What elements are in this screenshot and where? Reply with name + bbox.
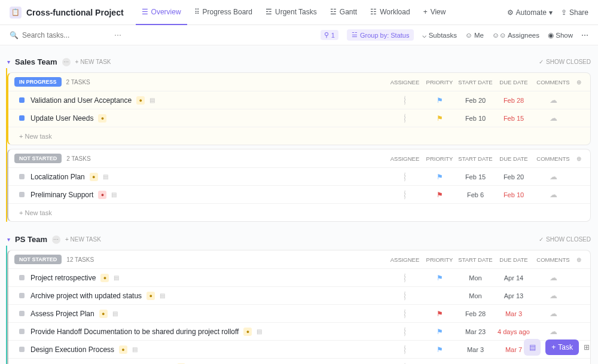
task-row[interactable]: Assess Project Plan ●▤ ⚑ Feb 28 Mar 3 ☁ xyxy=(8,304,590,322)
priority-flag[interactable]: ⚑ xyxy=(437,345,443,354)
assignees-filter[interactable]: ☺☺ Assignees xyxy=(492,32,539,39)
filter-badge[interactable]: ⚲1 xyxy=(321,30,338,40)
me-filter[interactable]: ☺ Me xyxy=(465,32,484,39)
assignee-empty[interactable] xyxy=(404,114,405,123)
notepad-fab[interactable]: ▤ xyxy=(524,339,541,356)
col-assignee[interactable]: ASSIGNEE xyxy=(387,256,423,263)
col-start[interactable]: START DATE xyxy=(456,256,495,263)
status-mark[interactable] xyxy=(19,347,25,352)
col-priority[interactable]: PRIORITY xyxy=(423,79,456,85)
due-date[interactable]: Apr 14 xyxy=(504,274,523,282)
comment-icon[interactable]: ☁ xyxy=(550,291,557,300)
search-input[interactable] xyxy=(22,31,106,39)
start-date[interactable]: Feb 20 xyxy=(465,97,486,104)
col-due[interactable]: DUE DATE xyxy=(495,256,533,263)
col-assignee[interactable]: ASSIGNEE xyxy=(387,155,423,162)
subtasks-toggle[interactable]: ⌵ Subtasks xyxy=(422,31,457,39)
task-name[interactable]: Design Execution Process xyxy=(30,345,114,354)
comment-icon[interactable]: ☁ xyxy=(550,96,557,105)
start-date[interactable]: Mar 3 xyxy=(467,346,484,353)
start-date[interactable]: Mar 23 xyxy=(465,328,486,335)
status-pill[interactable]: IN PROGRESS xyxy=(14,77,62,87)
show-menu[interactable]: ◉ Show xyxy=(548,31,573,39)
comment-icon[interactable]: ☁ xyxy=(550,172,557,181)
assignee-empty[interactable] xyxy=(404,345,405,354)
task-name[interactable]: Validation and User Acceptance xyxy=(30,96,132,105)
task-row[interactable]: Archive project with updated status ●▤ M… xyxy=(8,286,590,304)
priority-flag[interactable]: ⚑ xyxy=(437,191,443,199)
add-column[interactable]: ⊕ xyxy=(573,155,584,162)
task-name[interactable]: Update User Needs xyxy=(30,114,93,123)
start-date[interactable]: Mon xyxy=(469,292,481,299)
task-name[interactable]: Provide Handoff Documentation to be shar… xyxy=(30,328,239,336)
tab-workload[interactable]: ☷Workload xyxy=(364,0,416,25)
new-task-row[interactable]: + New task xyxy=(8,203,590,221)
due-date[interactable]: Apr 13 xyxy=(504,292,523,299)
tab-urgent-tasks[interactable]: ☲Urgent Tasks xyxy=(260,0,323,25)
task-name[interactable]: Archive project with updated status xyxy=(30,292,142,300)
priority-flag[interactable]: ⚑ xyxy=(437,310,443,318)
task-row[interactable]: Provide Handoff Documentation to be shar… xyxy=(8,322,590,340)
new-task-row[interactable]: + New task xyxy=(8,127,590,145)
priority-flag[interactable]: ⚑ xyxy=(437,96,443,105)
collapse-section[interactable]: ▾ xyxy=(7,59,10,65)
start-date[interactable]: Feb 10 xyxy=(465,115,486,122)
status-mark[interactable] xyxy=(19,115,25,121)
status-pill[interactable]: NOT STARTED xyxy=(14,154,62,163)
status-mark[interactable] xyxy=(19,329,25,334)
comment-icon[interactable]: ☁ xyxy=(550,190,557,199)
task-row[interactable]: Localization Plan ●▤ ⚑ Feb 15 Feb 20 ☁ xyxy=(8,167,590,185)
assignee-empty[interactable] xyxy=(404,309,405,319)
add-column[interactable]: ⊕ xyxy=(573,256,584,263)
status-mark[interactable] xyxy=(19,97,25,103)
due-date[interactable]: Mar 7 xyxy=(505,346,522,353)
assignee-empty[interactable] xyxy=(404,96,405,105)
status-mark[interactable] xyxy=(19,174,25,179)
assignee-empty[interactable] xyxy=(404,172,405,182)
due-date[interactable]: Mar 3 xyxy=(505,310,522,317)
group-by[interactable]: ☱Group by: Status xyxy=(347,29,414,41)
start-date[interactable]: Mon xyxy=(469,274,481,282)
task-name[interactable]: Preliminary Support xyxy=(30,191,93,199)
col-priority[interactable]: PRIORITY xyxy=(423,256,456,263)
assignee-empty[interactable] xyxy=(404,273,405,283)
col-start[interactable]: START DATE xyxy=(456,155,495,162)
more-menu[interactable]: ⋯ xyxy=(581,31,588,39)
tab-overview[interactable]: ☰Overview xyxy=(136,0,187,25)
priority-flag[interactable]: ⚑ xyxy=(437,274,443,282)
col-due[interactable]: DUE DATE xyxy=(495,155,533,162)
due-date[interactable]: Feb 15 xyxy=(504,115,524,122)
start-date[interactable]: Feb 15 xyxy=(465,173,486,181)
due-date[interactable]: Feb 20 xyxy=(504,173,524,181)
collapse-section[interactable]: ▾ xyxy=(7,236,10,243)
status-mark[interactable] xyxy=(19,192,25,197)
start-date[interactable]: Feb 6 xyxy=(467,191,484,198)
task-row[interactable]: Design Execution Process ●▤ ⚑ Mar 3 Mar … xyxy=(8,340,590,358)
comment-icon[interactable]: ☁ xyxy=(550,309,557,318)
priority-flag[interactable]: ⚑ xyxy=(437,328,443,336)
comment-icon[interactable]: ☁ xyxy=(550,273,557,282)
show-closed[interactable]: ✓SHOW CLOSED xyxy=(539,236,591,243)
status-mark[interactable] xyxy=(19,293,25,298)
task-row[interactable]: Update User Needs ● ⚑ Feb 10 Feb 15 ☁ xyxy=(8,109,590,127)
col-due[interactable]: DUE DATE xyxy=(495,79,533,85)
due-date[interactable]: 4 days ago xyxy=(498,328,530,335)
add-column[interactable]: ⊕ xyxy=(573,79,584,85)
apps-button[interactable]: ⊞ xyxy=(584,343,590,351)
col-priority[interactable]: PRIORITY xyxy=(423,155,456,162)
tab-gantt[interactable]: ☳Gantt xyxy=(324,0,363,25)
col-comments[interactable]: COMMENTS xyxy=(533,256,573,263)
task-row[interactable]: Project retrospective ●▤ ⚑ Mon Apr 14 ☁ xyxy=(8,268,590,286)
new-task-link[interactable]: + NEW TASK xyxy=(65,236,101,243)
assignee-empty[interactable] xyxy=(404,190,405,200)
new-task-link[interactable]: + NEW TASK xyxy=(75,59,111,65)
due-date[interactable]: Feb 28 xyxy=(504,97,524,104)
new-task-fab[interactable]: +Task xyxy=(545,339,579,355)
share-button[interactable]: ⇪Share xyxy=(561,8,588,17)
col-comments[interactable]: COMMENTS xyxy=(533,79,573,85)
task-row[interactable]: Validation and User Acceptance ●▤ ⚑ Feb … xyxy=(8,91,590,109)
start-date[interactable]: Feb 28 xyxy=(465,310,486,317)
assignee-empty[interactable] xyxy=(404,327,405,337)
status-pill[interactable]: NOT STARTED xyxy=(14,255,62,264)
col-comments[interactable]: COMMENTS xyxy=(533,155,573,162)
